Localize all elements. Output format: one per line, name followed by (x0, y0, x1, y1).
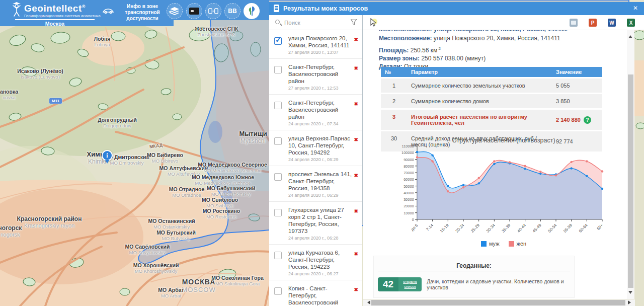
query-list-item[interactable]: Санкт-Петербург, Василеостровский район2… (269, 58, 362, 94)
table-header-cell: Значение (552, 67, 602, 77)
layers-button[interactable] (167, 3, 183, 19)
svg-text:20000: 20000 (404, 204, 414, 208)
geodata-open-list-link[interactable]: открыть список (398, 277, 422, 291)
query-list-item[interactable]: проспект Энгельса 141, Санкт-Петербург, … (269, 166, 362, 201)
logo-city: Москва (15, 21, 95, 27)
filter-icon[interactable] (351, 19, 357, 25)
document-icon (274, 5, 279, 12)
scroll-up-icon[interactable] (628, 33, 632, 38)
export-powerpoint-icon[interactable]: P (589, 19, 597, 27)
delete-query-icon[interactable] (354, 134, 358, 143)
vertical-scrollbar[interactable] (627, 30, 634, 299)
scroll-down-icon[interactable] (628, 291, 632, 296)
search-input[interactable] (284, 17, 350, 28)
detail-fields: Местоположение: улица Пожарского 20, Хим… (379, 34, 560, 70)
query-date: 24 апреля 2020 г., 07:34 (288, 121, 352, 126)
query-text: Глухарская улица 27 корп 2 стр 1, Санкт-… (288, 206, 352, 241)
registered-mark: ® (82, 4, 86, 9)
export-buttons: P W X (570, 19, 635, 27)
table-cell-value: 2 140 880? (552, 110, 602, 130)
table-cell-param: Итоговый расчет населения по алгоритму Г… (407, 110, 552, 130)
geodata-open-button[interactable]: 42 открыть список (378, 277, 422, 291)
field-superscript: 2 (437, 46, 441, 51)
query-list-item[interactable]: Копия - Санкт-Петербург, Василеостровски… (269, 280, 362, 306)
query-list-item[interactable]: улица Верхняя-Парнас 10, Санкт-Петербург… (269, 130, 362, 166)
svg-text:110000: 110000 (402, 144, 414, 148)
vertical-scroll-thumb[interactable] (628, 74, 633, 288)
table-cell-num: 3 (381, 110, 407, 130)
field-label: Местоположение: (379, 35, 432, 42)
select-cursor-icon[interactable] (369, 18, 378, 27)
svg-text:100000: 100000 (401, 150, 414, 155)
query-label: улица Верхняя-Парнас 10, Санкт-Петербург… (288, 135, 352, 156)
svg-text:до 6: до 6 (410, 223, 419, 232)
bb-button[interactable]: BB (224, 3, 240, 19)
query-list-item[interactable]: улица Пожарского 20, Химки, Россия, 1414… (269, 30, 362, 58)
logo-divider (15, 19, 95, 20)
field-label: Площадь: (379, 47, 409, 54)
two-tone-pin-icon (248, 7, 256, 16)
detail-field: Площадь: 250.56 км 2 (379, 45, 560, 54)
route-devices-button[interactable] (205, 3, 221, 19)
query-list-item[interactable]: Глухарская улица 27 корп 2 стр 1, Санкт-… (269, 201, 362, 244)
query-checkbox[interactable] (274, 66, 282, 73)
geodata-count-badge: 42 (378, 277, 398, 291)
delete-query-icon[interactable] (354, 34, 358, 43)
bank-card-button[interactable] (186, 3, 202, 19)
delete-query-icon[interactable] (354, 206, 358, 215)
pin-button[interactable] (244, 3, 260, 19)
table-cell-param: Суммарное количество домов (407, 94, 552, 108)
table-cell-num: 1 (381, 79, 407, 93)
svg-text:70000: 70000 (404, 171, 414, 175)
query-checkbox[interactable] (274, 137, 282, 145)
help-icon[interactable]: ? (584, 116, 591, 124)
scroll-right-icon[interactable] (628, 300, 633, 304)
table-header-row: №ПараметрЗначение (381, 67, 602, 77)
query-checkbox[interactable] (274, 102, 282, 109)
query-checkbox[interactable] (274, 173, 282, 181)
table-header-cell: № (381, 67, 407, 77)
horizontal-scrollbar[interactable] (363, 299, 635, 306)
query-label: улица Курчатова 6, Санкт-Петербург, Росс… (288, 249, 352, 270)
logo-title[interactable]: Geointellect® (24, 3, 86, 14)
export-report-icon[interactable] (570, 19, 578, 27)
delete-query-icon[interactable] (354, 284, 358, 293)
delete-query-icon[interactable] (354, 99, 358, 108)
query-text: проспект Энгельса 141, Санкт-Петербург, … (288, 171, 352, 198)
query-list-item[interactable]: улица Курчатова 6, Санкт-Петербург, Росс… (269, 244, 362, 280)
query-list-item[interactable]: Санкт-Петербург, Василеостровский район2… (269, 94, 362, 130)
car-icon[interactable] (102, 8, 114, 14)
table-row: 3Итоговый расчет населения по алгоритму … (381, 110, 602, 130)
query-text: Санкт-Петербург, Василеостровский район2… (288, 63, 352, 91)
query-checkbox[interactable] (274, 287, 282, 295)
delete-query-icon[interactable] (354, 63, 358, 72)
svg-text:65+: 65+ (596, 223, 604, 231)
query-date: 24 апреля 2020 г., 06:29 (288, 193, 352, 198)
query-list: улица Пожарского 20, Химки, Россия, 1414… (269, 30, 362, 306)
svg-text:90000: 90000 (404, 158, 414, 162)
delete-query-icon[interactable] (354, 249, 358, 258)
close-icon[interactable]: ✕ (633, 5, 638, 12)
mode-selector-label[interactable]: Инфо в зоне транспортной доступности (117, 4, 168, 22)
query-checkbox[interactable] (274, 252, 282, 259)
horizontal-scroll-thumb[interactable] (371, 300, 625, 305)
query-checkbox[interactable] (274, 37, 282, 45)
search-icon (275, 20, 280, 24)
legend-swatch (481, 241, 487, 247)
detail-toolbar: P W X (363, 15, 644, 30)
export-word-icon[interactable]: W (608, 19, 616, 27)
table-row: 1Суммарное количество земельных участков… (381, 79, 602, 93)
svg-text:25-29: 25-29 (470, 223, 480, 234)
table-cell-param: Суммарное количество земельных участков (407, 79, 552, 93)
query-date: 24 апреля 2020 г., 06:27 (288, 271, 352, 276)
query-checkbox[interactable] (274, 209, 282, 216)
delete-query-icon[interactable] (354, 170, 358, 179)
location-marker[interactable]: i (102, 150, 113, 161)
scroll-left-icon[interactable] (365, 300, 370, 304)
highway-m11-badge: М11 (49, 98, 62, 104)
result-detail-pane: Местоположение: улица Пожарского 20, Хим… (363, 30, 627, 299)
query-date: 24 апреля 2020 г., 06:29 (288, 157, 352, 162)
detail-field: Местоположение: улица Пожарского 20, Хим… (379, 34, 560, 42)
export-excel-icon[interactable]: X (627, 19, 635, 27)
query-date: 24 апреля 2020 г., 06:28 (288, 236, 352, 241)
